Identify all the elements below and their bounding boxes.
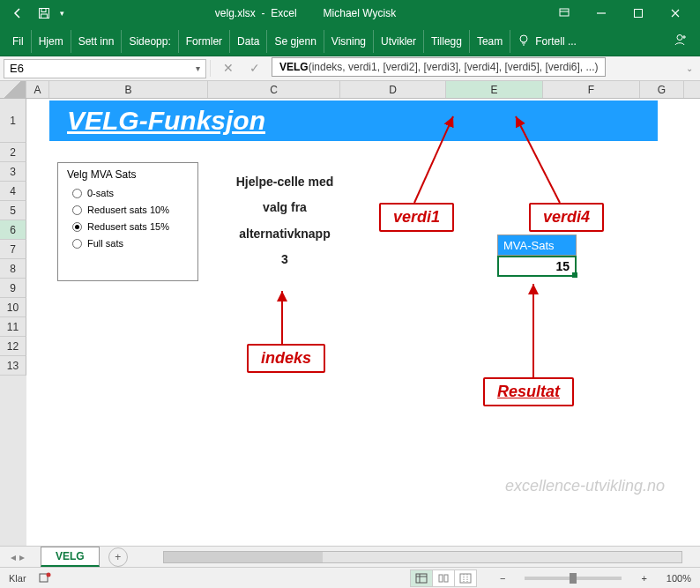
view-pagebreak-icon[interactable]	[454, 569, 477, 587]
user-name: Michael Wycisk	[324, 7, 397, 19]
zoom-slider[interactable]	[525, 577, 622, 580]
macro-record-icon[interactable]	[39, 571, 51, 585]
sheet-nav-prev-icon[interactable]: ◂	[11, 551, 16, 563]
tab-segjennom[interactable]: Se gjenn	[267, 30, 324, 53]
colhdr-d[interactable]: D	[340, 81, 446, 98]
radio-full[interactable]: Full sats	[72, 238, 189, 249]
share-icon[interactable]	[663, 32, 696, 50]
colhdr-g[interactable]: G	[640, 81, 684, 98]
svg-point-12	[46, 572, 50, 577]
anno-verdi4: verdi4	[529, 203, 604, 232]
radio-15[interactable]: Redusert sats 15%	[72, 221, 189, 232]
rowhdr-3[interactable]: 3	[0, 162, 26, 182]
tooltip-fn: VELG	[279, 61, 309, 73]
rowhdr-1[interactable]: 1	[0, 99, 26, 143]
doc-filename: velg.xlsx	[215, 7, 256, 19]
helper-line: Hjelpe-celle med	[219, 169, 351, 195]
helper-text: Hjelpe-celle med valg fra alternativknap…	[219, 169, 351, 273]
minimize-icon[interactable]	[584, 1, 619, 26]
rowhdr-4[interactable]: 4	[0, 182, 26, 201]
ribbon-options-icon[interactable]	[547, 1, 582, 26]
row-headers: 1 2 3 4 5 6 7 8 9 10 11 12 13	[0, 99, 26, 548]
sheet-tab-velg[interactable]: VELG	[41, 547, 100, 567]
colhdr-a[interactable]: A	[26, 81, 49, 98]
svg-rect-2	[41, 14, 48, 19]
grid: 1 2 3 4 5 6 7 8 9 10 11 12 13 VELG-Funks…	[0, 99, 700, 548]
new-sheet-icon[interactable]: +	[108, 547, 128, 567]
tab-visning[interactable]: Visning	[324, 30, 374, 53]
zoom-level[interactable]: 100%	[666, 573, 691, 584]
mva-header-cell: MVA-Sats	[497, 234, 577, 256]
zoom-in-icon[interactable]: +	[641, 573, 646, 584]
title-banner: VELG-Funksjon	[49, 100, 658, 141]
maximize-icon[interactable]	[621, 1, 656, 26]
colhdr-c[interactable]: C	[208, 81, 340, 98]
close-icon[interactable]	[658, 1, 693, 26]
view-layout-icon[interactable]	[432, 569, 455, 587]
tab-sideoppsett[interactable]: Sideopp:	[122, 30, 178, 53]
radio-10[interactable]: Redusert sats 10%	[72, 205, 189, 215]
sheet-nav-next-icon[interactable]: ▸	[19, 551, 25, 563]
status-bar: Klar − + 100%	[0, 567, 700, 588]
select-all-corner[interactable]	[0, 81, 26, 98]
rowhdr-9[interactable]: 9	[0, 279, 26, 298]
svg-rect-1	[41, 9, 46, 12]
status-ready: Klar	[9, 573, 26, 584]
sheet-area[interactable]: VELG-Funksjon Velg MVA Sats 0-sats Redus…	[26, 99, 700, 548]
tab-data[interactable]: Data	[230, 30, 267, 53]
svg-rect-13	[416, 574, 427, 583]
save-icon[interactable]	[34, 3, 55, 24]
name-box-value: E6	[10, 62, 24, 75]
colhdr-e[interactable]: E	[446, 81, 543, 98]
view-normal-icon[interactable]	[410, 569, 433, 587]
rowhdr-13[interactable]: 13	[0, 356, 26, 376]
rowhdr-11[interactable]: 11	[0, 317, 26, 337]
h-scroll-thumb[interactable]	[164, 552, 323, 562]
namebox-dropdown-icon[interactable]: ▾	[196, 63, 200, 73]
back-icon[interactable]	[7, 3, 28, 24]
tell-me[interactable]: Fortell ...	[510, 33, 584, 48]
radio-label: Redusert sats 10%	[87, 205, 169, 215]
rowhdr-8[interactable]: 8	[0, 259, 26, 279]
rowhdr-7[interactable]: 7	[0, 240, 26, 259]
radio-label: Full sats	[87, 238, 123, 249]
svg-rect-4	[635, 10, 643, 18]
tab-hjem[interactable]: Hjem	[32, 30, 71, 53]
svg-point-6	[677, 35, 682, 41]
tab-tillegg[interactable]: Tillegg	[424, 30, 470, 53]
ribbon: Fil Hjem Sett inn Sideopp: Formler Data …	[0, 26, 700, 56]
radio-0sats[interactable]: 0-sats	[72, 188, 189, 198]
anno-verdi1: verdi1	[379, 203, 454, 232]
rowhdr-6[interactable]: 6	[0, 220, 26, 240]
rowhdr-5[interactable]: 5	[0, 201, 26, 220]
mva-groupbox: Velg MVA Sats 0-sats Redusert sats 10% R…	[57, 162, 198, 281]
formula-expand-icon[interactable]: ⌄	[679, 63, 700, 73]
radio-label: Redusert sats 15%	[87, 221, 169, 232]
tab-utvikler[interactable]: Utvikler	[374, 30, 424, 53]
radio-icon	[72, 239, 82, 249]
mva-value-cell[interactable]: 15	[497, 256, 577, 277]
h-scrollbar[interactable]	[163, 551, 682, 563]
colhdr-b[interactable]: B	[49, 81, 208, 98]
cancel-formula-icon[interactable]: ✕	[220, 61, 237, 75]
name-box[interactable]: E6 ▾	[4, 59, 206, 78]
zoom-out-icon[interactable]: −	[500, 573, 505, 584]
accept-formula-icon[interactable]: ✓	[246, 61, 264, 75]
titlebar: ▾ velg.xlsx - Excel Michael Wycisk	[0, 0, 700, 26]
helper-line: 3	[219, 247, 351, 272]
tab-team[interactable]: Team	[470, 30, 510, 53]
rowhdr-10[interactable]: 10	[0, 298, 26, 317]
helper-line: valg fra	[219, 195, 351, 220]
radio-label: 0-sats	[87, 188, 114, 198]
groupbox-title: Velg MVA Sats	[67, 168, 189, 181]
tab-formler[interactable]: Formler	[179, 30, 230, 53]
rowhdr-2[interactable]: 2	[0, 143, 26, 162]
radio-icon	[72, 205, 82, 215]
rowhdr-12[interactable]: 12	[0, 337, 26, 356]
function-tooltip: VELG(indeks, verdi1, [verdi2], [verdi3],…	[272, 57, 606, 77]
anno-indeks: indeks	[247, 344, 325, 373]
tab-settinn[interactable]: Sett inn	[71, 30, 123, 53]
colhdr-f[interactable]: F	[543, 81, 640, 98]
svg-point-5	[520, 35, 527, 42]
tab-fil[interactable]: Fil	[4, 30, 32, 53]
